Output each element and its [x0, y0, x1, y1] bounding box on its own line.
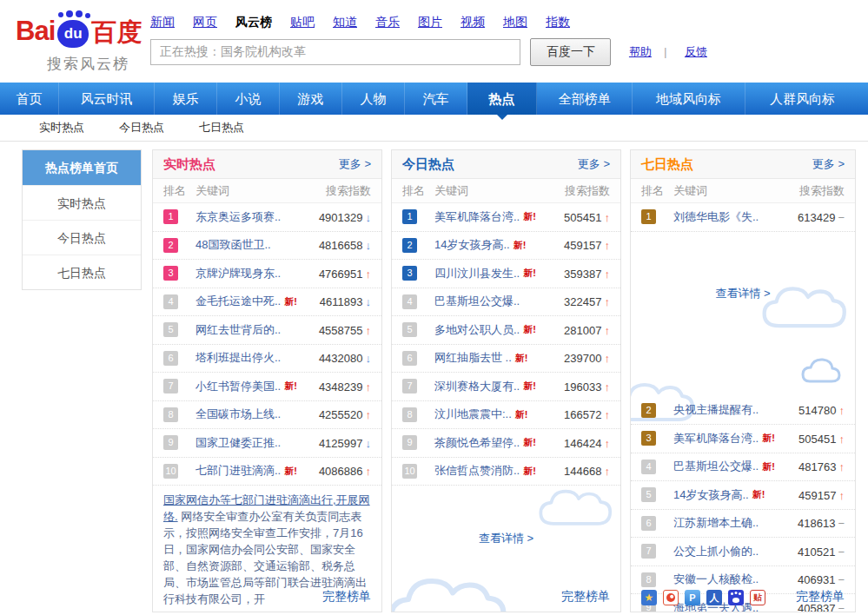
feedback-link[interactable]: 反馈	[685, 45, 707, 58]
new-badge: 新!	[762, 432, 775, 445]
keyword-link[interactable]: 京牌沪牌现身东..	[195, 266, 281, 281]
share-baidu-share-icon[interactable]: P	[685, 590, 700, 605]
share-qzone-icon[interactable]: ★	[641, 590, 657, 605]
keyword-link[interactable]: 深圳赛格大厦有..	[434, 379, 520, 394]
main-nav-item-2[interactable]: 风云时讯	[59, 83, 155, 115]
index-value: 410521	[798, 546, 835, 559]
keyword-link[interactable]: 茶颜悦色希望停..	[434, 435, 520, 451]
keyword-link[interactable]: 公交上抓小偷的..	[673, 544, 759, 559]
trend-down-icon: ↓	[366, 211, 372, 224]
top-nav-link-8[interactable]: 视频	[461, 15, 485, 29]
share-renren-icon[interactable]: 人	[706, 590, 722, 605]
table-header: 排名 关键词 搜索指数	[153, 179, 381, 203]
list-item: 4巴基斯坦公交爆..新!481763↑	[631, 453, 855, 482]
main-nav-item-9[interactable]: 全部榜单	[537, 83, 633, 115]
sub-nav-item-3[interactable]: 七日热点	[199, 115, 244, 141]
sidebar-item-1[interactable]: 热点榜单首页	[23, 150, 141, 185]
list-item: 1刘德华电影《失..613429−	[631, 203, 855, 232]
main-nav-item-1[interactable]: 首页	[0, 83, 59, 115]
keyword-link[interactable]: 小红书暂停美国..	[195, 379, 281, 394]
trend-down-icon: ↓	[366, 295, 372, 308]
main-nav-item-5[interactable]: 游戏	[280, 83, 342, 115]
search-index: 144668↑	[564, 463, 610, 479]
new-badge: 新!	[523, 323, 536, 336]
sidebar-item-4[interactable]: 七日热点	[23, 255, 141, 289]
new-badge: 新!	[523, 267, 536, 280]
top-nav-link-3[interactable]: 风云榜	[235, 15, 272, 29]
view-detail-link[interactable]: 查看详情 >	[392, 531, 620, 546]
keyword-link[interactable]: 汶川地震震中:..	[434, 407, 512, 422]
keyword-link[interactable]: 美军机降落台湾..	[434, 209, 520, 225]
share-weibo-icon[interactable]	[663, 590, 679, 605]
keyword-link[interactable]: 网红抽脂去世 ..	[434, 350, 512, 366]
top-nav-link-1[interactable]: 新闻	[150, 15, 175, 29]
more-link[interactable]: 更多 >	[812, 150, 845, 178]
full-list-link[interactable]: 完整榜单	[561, 589, 610, 605]
top-nav-link-5[interactable]: 知道	[333, 15, 357, 29]
index-value: 459157	[798, 489, 836, 502]
keyword-link[interactable]: 网红去世背后的..	[195, 322, 281, 338]
sidebar-item-2[interactable]: 实时热点	[23, 185, 141, 220]
view-detail-link[interactable]: 查看详情 >	[631, 286, 855, 301]
list-item: 7公交上抓小偷的..410521−	[631, 538, 855, 566]
keyword-link[interactable]: 美军机降落台湾..	[673, 431, 759, 446]
more-link[interactable]: 更多 >	[578, 150, 610, 178]
keyword-link[interactable]: 多地对公职人员..	[434, 322, 520, 338]
keyword-link[interactable]: 国家卫健委正推..	[195, 435, 281, 451]
main-nav-item-7[interactable]: 汽车	[405, 83, 467, 115]
sub-nav-item-1[interactable]: 实时热点	[39, 115, 84, 141]
full-list-link[interactable]: 完整榜单	[322, 589, 371, 605]
new-badge: 新!	[515, 408, 528, 421]
top-nav-link-2[interactable]: 网页	[193, 15, 217, 29]
top-nav-link-4[interactable]: 贴吧	[290, 15, 315, 29]
sub-nav-item-2[interactable]: 今日热点	[119, 115, 164, 141]
rank-badge: 7	[163, 379, 178, 393]
main-nav-item-3[interactable]: 娱乐	[155, 83, 217, 115]
logo-baidu-text: 百度	[91, 18, 142, 46]
keyword-link[interactable]: 48国致函世卫..	[195, 237, 271, 253]
top-nav-link-7[interactable]: 图片	[418, 15, 442, 29]
keyword-link[interactable]: 东京奥运多项赛..	[195, 209, 281, 225]
keyword-link[interactable]: 14岁女孩身高..	[673, 487, 749, 503]
keyword-link[interactable]: 巴基斯坦公交爆..	[673, 459, 759, 474]
keyword-link[interactable]: 江苏新增本土确..	[673, 515, 759, 531]
more-link[interactable]: 更多 >	[339, 150, 371, 178]
keyword-link[interactable]: 全国碳市场上线..	[195, 407, 281, 422]
panel-realtime-hot: 更多 > 实时热点 排名 关键词 搜索指数 1东京奥运多项赛..4901329↓…	[152, 149, 382, 612]
new-badge: 新!	[762, 460, 775, 473]
main-nav-item-6[interactable]: 人物	[342, 83, 405, 115]
main-nav-item-8[interactable]: 热点	[467, 83, 537, 115]
search-input[interactable]	[150, 39, 520, 65]
rank-badge: 6	[641, 516, 656, 531]
rank-badge: 9	[402, 435, 417, 450]
baidu-logo[interactable]: Baidu百度 搜索风云榜	[16, 10, 146, 74]
index-value: 4558755	[319, 324, 363, 337]
search-index: 4255520↑	[319, 407, 371, 422]
keyword-link[interactable]: 央视主播提醒有..	[673, 402, 759, 418]
top-nav-link-9[interactable]: 地图	[503, 15, 527, 29]
keyword-link[interactable]: 四川汶川县发生..	[434, 266, 520, 281]
share-tieba-icon[interactable]: 贴	[750, 590, 765, 605]
main-nav: 首页风云时讯娱乐小说游戏人物汽车热点全部榜单地域风向标人群风向标	[0, 83, 868, 115]
main-nav-item-11[interactable]: 人群风向标	[745, 83, 859, 115]
keyword-link[interactable]: 安徽一人核酸检..	[673, 572, 759, 587]
search-button[interactable]: 百度一下	[530, 38, 611, 66]
main-nav-item-4[interactable]: 小说	[217, 83, 280, 115]
keyword-link[interactable]: 七部门进驻滴滴..	[195, 463, 281, 479]
main-nav-item-10[interactable]: 地域风向标	[633, 83, 745, 115]
keyword-link[interactable]: 金毛托运途中死..	[195, 294, 281, 309]
sidebar-item-3[interactable]: 今日热点	[23, 220, 141, 255]
keyword-link[interactable]: 塔利班提出停火..	[195, 350, 281, 366]
top-nav-link-6[interactable]: 音乐	[375, 15, 400, 29]
rank-badge: 1	[641, 209, 656, 224]
full-list-link[interactable]: 完整榜单	[796, 589, 845, 605]
trend-up-icon: ↑	[605, 380, 611, 393]
keyword-link[interactable]: 14岁女孩身高..	[434, 237, 510, 253]
keyword-link[interactable]: 巴基斯坦公交爆..	[434, 294, 520, 309]
keyword-link[interactable]: 刘德华电影《失..	[673, 209, 759, 225]
top-nav-link-10[interactable]: 指数	[546, 15, 570, 29]
keyword-link[interactable]: 张信哲点赞消防..	[434, 463, 520, 479]
list-item: 3美军机降落台湾..新!505451↑	[631, 425, 855, 453]
share-baidu-paw-icon[interactable]	[728, 590, 744, 605]
help-link[interactable]: 帮助	[629, 45, 652, 58]
